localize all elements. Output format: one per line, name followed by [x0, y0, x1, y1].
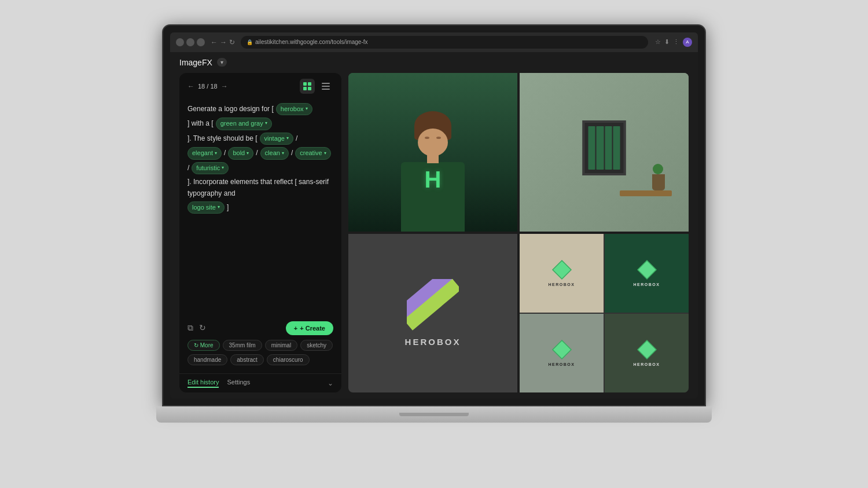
mini-herobox-text-2: HEROBOX [634, 282, 660, 287]
browser-navigation: ← → ↻ [211, 38, 235, 46]
laptop-notch [399, 413, 469, 416]
star-icon[interactable]: ☆ [655, 38, 661, 46]
style-chip-minimal[interactable]: minimal [265, 340, 297, 351]
list-view-btn[interactable] [318, 79, 333, 94]
profile-avatar[interactable]: A [683, 38, 692, 47]
app-content: ImageFX ▾ ← 18 / 1 [170, 52, 698, 398]
woman-scene: H [348, 73, 517, 232]
mini-herobox-text-3: HEROBOX [549, 362, 575, 366]
chip-arrow: ▾ [265, 120, 267, 127]
menu-icon[interactable]: ⋮ [673, 38, 679, 46]
close-window-btn[interactable] [176, 38, 184, 46]
edit-history-bar: Edit history Settings ⌄ [179, 373, 341, 392]
screen-bezel: ← → ↻ 🔒 ailestikitchen.withgoogle.com/to… [162, 24, 706, 406]
style-chip-handmade[interactable]: handmade [187, 354, 227, 365]
laptop-shell: ← → ↻ 🔒 ailestikitchen.withgoogle.com/to… [156, 24, 712, 464]
refresh-button[interactable]: ↻ [229, 38, 235, 46]
chip-arrow: ▾ [324, 150, 326, 157]
svg-marker-11 [553, 340, 571, 359]
copy-icon[interactable]: ⧉ [187, 323, 193, 333]
svg-rect-5 [322, 86, 330, 87]
refresh-icon[interactable]: ↻ [199, 323, 206, 333]
prompt-text-static: ]. The style should be [ [187, 133, 258, 144]
prompt-text-slash: / [296, 133, 297, 144]
next-prompt-btn[interactable]: → [221, 82, 228, 90]
chip-vintage[interactable]: vintage ▾ [260, 133, 293, 145]
mini-herobox-text-4: HEROBOX [634, 362, 660, 366]
mini-logo-3[interactable]: HEROBOX [520, 314, 604, 392]
maximize-window-btn[interactable] [197, 38, 205, 46]
logo-svg [407, 279, 459, 331]
tabs-row: Edit history Settings [187, 379, 250, 388]
browser-action-buttons: ☆ ⬇ ⋮ A [655, 38, 692, 47]
herobox-main-logo [407, 279, 459, 331]
download-icon[interactable]: ⬇ [664, 38, 670, 46]
chip-creative[interactable]: creative ▾ [295, 147, 331, 160]
app-title: ImageFX [179, 58, 212, 67]
prompt-footer: ⧉ ↻ + + Create [179, 317, 341, 373]
lock-icon: 🔒 [247, 39, 253, 45]
image-cell-2[interactable] [520, 73, 689, 232]
url-text: ailestikitchen.withgoogle.com/tools/imag… [255, 39, 368, 45]
tab-settings[interactable]: Settings [227, 379, 250, 388]
svg-rect-6 [322, 89, 330, 90]
chip-herobox[interactable]: herobox ▾ [276, 103, 312, 116]
style-chip-abstract[interactable]: abstract [230, 354, 264, 365]
image-cell-4[interactable]: HEROBOX HEROBOX [520, 234, 689, 392]
mini-logo-4[interactable]: HEROBOX [605, 314, 689, 392]
forward-button[interactable]: → [220, 38, 227, 46]
mini-herobox-text-1: HEROBOX [549, 282, 575, 287]
prompt-text-slash: / [187, 163, 189, 174]
create-plus: + [294, 325, 297, 332]
app-badge[interactable]: ▾ [217, 58, 227, 67]
prompt-navigation: ← 18 / 18 → [187, 82, 228, 90]
mini-logo-1[interactable]: HEROBOX [520, 234, 604, 313]
mini-logo-2[interactable]: HEROBOX [605, 234, 689, 313]
address-bar[interactable]: 🔒 ailestikitchen.withgoogle.com/tools/im… [241, 36, 648, 49]
chip-elegant[interactable]: elegant ▾ [187, 147, 222, 160]
chip-arrow: ▾ [218, 204, 220, 211]
prompt-counter: 18 / 18 [198, 83, 218, 90]
app-header: ImageFX ▾ [170, 52, 698, 73]
prompt-actions-row: ⧉ ↻ + + Create [187, 321, 333, 335]
prompt-text-static: ]. Incorporate elements that reflect [ s… [187, 177, 333, 199]
more-styles-chip[interactable]: ↻ More [187, 340, 220, 351]
svg-marker-9 [553, 260, 571, 279]
laptop-base [156, 406, 712, 423]
browser-window-controls [176, 38, 205, 46]
prev-prompt-btn[interactable]: ← [187, 82, 194, 90]
style-chip-sketchy[interactable]: sketchy [300, 340, 333, 351]
chip-arrow: ▾ [286, 135, 289, 142]
prompt-text-slash: / [224, 148, 226, 159]
svg-rect-2 [303, 87, 307, 90]
chip-arrow: ▾ [282, 150, 284, 157]
prompt-text-slash: / [256, 148, 258, 159]
laptop-screen: ← → ↻ 🔒 ailestikitchen.withgoogle.com/to… [170, 32, 698, 398]
prompt-text-static: ] [227, 202, 229, 213]
image-cell-1[interactable]: H [348, 73, 517, 232]
tab-nav-arrow[interactable]: ⌄ [328, 379, 333, 387]
chip-color[interactable]: green and gray ▾ [216, 118, 272, 130]
image-cell-3[interactable]: HEROBOX [348, 234, 517, 392]
grid-view-btn[interactable] [300, 79, 315, 94]
style-chip-chiaroscuro[interactable]: chiaroscuro [267, 354, 310, 365]
chip-logo-site[interactable]: logo site ▾ [187, 201, 225, 214]
style-chips-row: ↻ More 35mm film minimal sketchy [187, 340, 333, 351]
create-button[interactable]: + + Create [286, 321, 333, 335]
chip-arrow: ▾ [222, 164, 224, 172]
view-toggle [300, 79, 333, 94]
chip-bold[interactable]: bold ▾ [228, 147, 253, 160]
prompt-icon-buttons: ⧉ ↻ [187, 323, 206, 333]
shirt-h-logo: H [425, 167, 442, 193]
chip-futuristic[interactable]: futuristic ▾ [192, 162, 229, 175]
chip-clean[interactable]: clean ▾ [260, 147, 289, 160]
back-button[interactable]: ← [211, 38, 218, 46]
left-panel: ← 18 / 18 → [179, 73, 341, 392]
tab-edit-history[interactable]: Edit history [187, 379, 219, 388]
browser-chrome: ← → ↻ 🔒 ailestikitchen.withgoogle.com/to… [170, 32, 698, 52]
chip-arrow: ▾ [247, 150, 249, 157]
minimize-window-btn[interactable] [186, 38, 194, 46]
svg-rect-4 [322, 83, 330, 84]
style-chip-35mm[interactable]: 35mm film [223, 340, 262, 351]
main-layout: ← 18 / 18 → [170, 73, 698, 398]
